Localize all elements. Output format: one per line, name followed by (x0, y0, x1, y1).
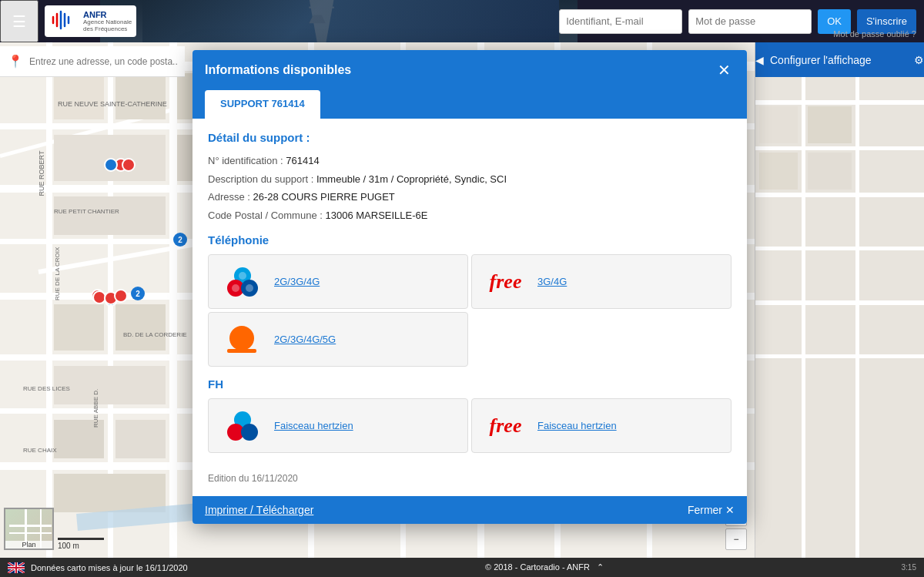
location-pin-icon: 📍 (8, 54, 23, 69)
orange-tel-link[interactable]: 2G/3G/4G/5G (274, 334, 336, 345)
info-desc-row: Description du support : Immeuble / 31m … (208, 172, 732, 187)
print-download-button[interactable]: Imprimer / Télécharger (205, 504, 313, 516)
tab-support-761414[interactable]: SUPPORT 761414 (205, 90, 320, 119)
bouygues-logo (221, 264, 263, 299)
info-addr-row: Adresse : 26-28 COURS PIERRE PUGET (208, 190, 732, 205)
identifiant-input[interactable] (559, 9, 682, 34)
operator-free-fh[interactable]: free Faisceau hertzien (471, 398, 732, 453)
info-postal-label: Code Postal / Commune : (208, 210, 323, 221)
street-label-3: RUE PETIT CHANTIER (54, 208, 119, 215)
map-pin-red2 (122, 158, 136, 172)
mini-map[interactable]: Plan (4, 508, 54, 550)
info-postal-row: Code Postal / Commune : 13006 MARSEILLE-… (208, 208, 732, 223)
telephonie-grid: 2G/3G/4G free 3G/4G (208, 254, 732, 367)
hamburger-button[interactable]: ☰ (0, 0, 38, 42)
fh-grid: Faisceau hertzien free Faisceau hertzien (208, 398, 732, 453)
anfr-subtitle: Agence Nationaledes Fréquences (83, 19, 132, 33)
back-icon: ◀ (755, 54, 764, 66)
scale-bar: 100 m (58, 538, 104, 550)
block9 (54, 366, 166, 404)
close-footer-button[interactable]: Fermer ✕ (688, 504, 735, 516)
rp-streetv1 (802, 77, 805, 558)
anfr-title: ANFR (83, 10, 132, 19)
edition-date: Edition du 16/11/2020 (208, 465, 732, 484)
operator-bouygues-tel[interactable]: 2G/3G/4G (208, 254, 468, 309)
fh-heading: FH (208, 377, 732, 391)
info-addr-label: Adresse : (208, 191, 250, 203)
copyright-label: © 2018 - Cartoradio - ANFR (485, 562, 590, 572)
street-v1 (46, 0, 52, 577)
block1 (54, 73, 104, 119)
rp-street3 (755, 193, 924, 197)
telephonie-heading: Téléphonie (208, 233, 732, 247)
header: ☰ ANFR Agence Nationaledes Fréquences (0, 0, 924, 42)
free-fh-logo: free (484, 408, 527, 443)
password-input[interactable] (688, 9, 812, 34)
modal-footer: Imprimer / Télécharger Fermer ✕ (192, 496, 747, 524)
svg-rect-16 (227, 349, 256, 353)
badge-2-right: 2 (131, 287, 145, 300)
street-label-1: RUE ROBERT (38, 151, 45, 196)
street-label-4: RUE DE LA CROIX (54, 247, 61, 300)
bouygues-fh-link[interactable]: Faisceau hertzien (274, 420, 353, 431)
street-v3 (169, 0, 177, 577)
address-bar: 📍 (0, 46, 185, 77)
modal-dialog: Informations disponibles ✕ SUPPORT 76141… (192, 50, 747, 524)
modal-header: Informations disponibles ✕ (192, 50, 747, 90)
rp-street1 (755, 100, 924, 105)
bottom-bar: Données carto mises à jour le 16/11/2020… (0, 558, 924, 577)
data-update-label: Données carto mises à jour le 16/11/2020 (31, 563, 188, 572)
orange-svg (221, 324, 263, 355)
block8 (116, 304, 166, 351)
svg-point-15 (229, 326, 254, 351)
svg-rect-28 (8, 567, 25, 569)
copyright-text: © 2018 - Cartoradio - ANFR ⌃ (485, 562, 604, 572)
anfr-logo-svg (49, 8, 80, 35)
street-label-2: RUE NEUVE SAINTE-CATHERINE (58, 100, 167, 108)
info-postal-val2: 13006 MARSEILLE-6E (325, 210, 427, 221)
bouygues-fh-svg (223, 411, 262, 441)
logo-area: ANFR Agence Nationaledes Fréquences (45, 5, 136, 37)
block11 (116, 420, 166, 458)
bouygues-tel-link[interactable]: 2G/3G/4G (274, 276, 320, 287)
rp-block3 (759, 153, 798, 190)
address-input[interactable] (29, 56, 177, 67)
info-id-value2: 761414 (286, 155, 319, 166)
operator-orange-tel[interactable]: 2G/3G/4G/5G (208, 312, 468, 367)
bouygues-fh-logo (221, 408, 263, 443)
rp-street6 (755, 354, 924, 358)
block12 (54, 474, 166, 512)
info-addr-val2: 26-28 COURS PIERRE PUGET (253, 191, 395, 203)
time-display: 3:15 (902, 563, 916, 572)
scale-label: 100 m (58, 542, 79, 550)
svg-point-12 (239, 272, 246, 280)
block6 (54, 196, 166, 235)
modal-close-button[interactable]: ✕ (713, 59, 735, 81)
free-logo-text: free (490, 270, 522, 294)
map-pin-blue1 (104, 158, 118, 172)
modal-tabs: SUPPORT 761414 (192, 90, 747, 119)
street-label-7: RUE CHAIX (23, 447, 57, 454)
operator-bouygues-fh[interactable]: Faisceau hertzien (208, 398, 468, 453)
close-footer-icon: ✕ (725, 504, 735, 516)
hamburger-icon: ☰ (12, 12, 26, 31)
orange-logo (221, 322, 263, 357)
free-tel-link[interactable]: 3G/4G (537, 276, 567, 287)
modal-overlay: Informations disponibles ✕ SUPPORT 76141… (185, 42, 755, 558)
map-pin-red6 (114, 289, 128, 303)
free-logo: free (484, 264, 527, 299)
modal-body[interactable]: Détail du support : N° identification : … (192, 119, 747, 496)
rp-street5 (755, 300, 924, 305)
svg-point-14 (246, 284, 253, 292)
free-fh-link[interactable]: Faisceau hertzien (537, 420, 617, 431)
chevron-up-icon[interactable]: ⌃ (597, 562, 604, 572)
rp-street2 (755, 146, 924, 150)
forgot-password-link[interactable]: Mot de passe oublié ? (833, 29, 916, 39)
info-id-label: N° identification : (208, 155, 283, 166)
info-id-row: N° identification : 761414 (208, 153, 732, 169)
street-label-6: RUE DES LICES (23, 385, 70, 392)
mini-map-label: Plan (5, 541, 52, 548)
anfr-text-box: ANFR Agence Nationaledes Fréquences (83, 10, 132, 33)
operator-free-tel[interactable]: free 3G/4G (471, 254, 732, 309)
configure-display-button[interactable]: ◀ Configurer l'affichage ⚙ (755, 42, 924, 77)
